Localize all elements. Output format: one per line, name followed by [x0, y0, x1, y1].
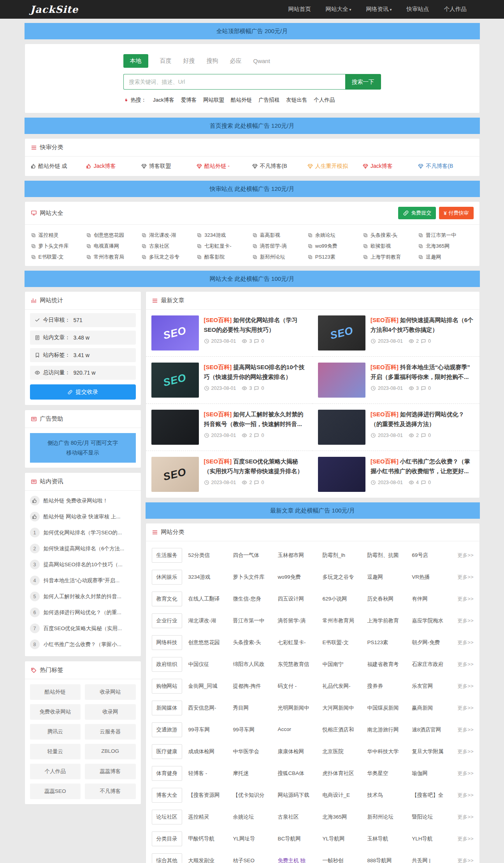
category-site-link[interactable]: 乐友官网	[412, 683, 453, 690]
site-link[interactable]: 湖北课改-湖	[141, 228, 197, 239]
news-item[interactable]: 4抖音本地生活“心动观赛季”开启...	[25, 572, 141, 588]
quick-audit-item[interactable]: 博客联盟	[141, 163, 197, 170]
hot-search-link[interactable]: 网站联盟	[203, 97, 224, 104]
news-item[interactable]: 6如何选择进行网站优化？（的重...	[25, 604, 141, 620]
category-site-link[interactable]: 西安信息网-	[188, 704, 230, 712]
hot-search-link[interactable]: 爱博客	[181, 97, 197, 104]
category-site-link[interactable]: YL导航网	[322, 835, 364, 842]
category-site-link[interactable]: 69号店	[412, 552, 453, 559]
news-item[interactable]: 2如何快速提高网站排名（6个方法...	[25, 541, 141, 557]
category-site-link[interactable]: 石家庄市政府	[412, 661, 453, 668]
category-more-link[interactable]: 更多>>	[457, 661, 473, 668]
search-tab-必应[interactable]: 必应	[230, 54, 242, 68]
category-site-link[interactable]: 搜狐CBA体	[277, 770, 319, 777]
tag-pill[interactable]: 不凡博客	[85, 784, 136, 799]
category-site-link[interactable]: 629小说网	[322, 595, 364, 602]
category-site-link[interactable]: 3234游戏	[188, 574, 230, 581]
category-site-link[interactable]: 新邳州论坛	[367, 814, 409, 821]
site-link[interactable]: E书联盟-文	[31, 250, 86, 261]
category-site-link[interactable]: 朝夕网-免费	[412, 639, 453, 646]
article-card[interactable]: [SEO百科]如何选择进行网站优化？（的重要性及选择方法）2023-08-012…	[313, 404, 479, 451]
category-label-博客大全[interactable]: 博客大全	[152, 788, 182, 803]
tag-pill[interactable]: ZBLOG	[85, 744, 136, 759]
category-label-综合其他[interactable]: 综合其他	[152, 853, 182, 863]
category-site-link[interactable]: 搜券券	[367, 683, 409, 690]
site-link[interactable]: 上海学前教育	[363, 250, 418, 261]
category-site-link[interactable]: 52分类信	[188, 552, 230, 559]
category-more-link[interactable]: 更多>>	[457, 704, 473, 712]
category-site-link[interactable]: wo99免费	[277, 574, 319, 581]
category-site-link[interactable]: 常州市教育局	[322, 617, 364, 624]
category-site-link[interactable]: 速8酒店官网	[412, 726, 453, 733]
category-site-link[interactable]: 瑜伽网	[412, 770, 453, 777]
category-site-link[interactable]: 赢商新闻	[412, 704, 453, 712]
category-site-link[interactable]: 玉林导航	[367, 835, 409, 842]
category-site-link[interactable]: 康康体检网	[277, 748, 319, 755]
category-more-link[interactable]: 更多>>	[457, 639, 473, 646]
hot-search-link[interactable]: 友链出售	[286, 97, 307, 104]
category-site-link[interactable]: 大顺发副业	[188, 857, 230, 863]
hot-search-link[interactable]: 个人作品	[314, 97, 335, 104]
nav-item-个人作品[interactable]: 个人作品	[437, 0, 474, 19]
search-button[interactable]: 搜索一下	[345, 74, 381, 90]
news-item[interactable]: 5如何人工解封被永久封禁的抖音...	[25, 588, 141, 604]
category-label-生活服务[interactable]: 生活服务	[152, 548, 182, 563]
category-site-link[interactable]: 888导航网	[367, 857, 409, 863]
site-link[interactable]: 多玩龙之谷专	[141, 250, 197, 261]
site-link[interactable]: 嘉高影视	[252, 228, 307, 239]
category-site-link[interactable]: 摩托迷	[233, 770, 274, 777]
category-site-link[interactable]: 在线人工翻译	[188, 595, 230, 602]
category-site-link[interactable]: 金街网_同城	[188, 683, 230, 690]
site-link[interactable]: 逗趣网	[418, 250, 473, 261]
category-site-link[interactable]: 虎扑体育社区	[322, 770, 364, 777]
category-label-政府组织[interactable]: 政府组织	[152, 657, 182, 672]
category-more-link[interactable]: 更多>>	[457, 552, 473, 559]
category-site-link[interactable]: 中国仪征	[188, 661, 230, 668]
category-site-link[interactable]: 东莞慧教育信	[277, 661, 319, 668]
quick-audit-item[interactable]: 不凡博客(B	[252, 163, 307, 170]
article-card[interactable]: SEO[SEO百科]如何快速提高网站排名（6个方法和4个技巧教你搞定）2023-…	[313, 310, 479, 357]
search-tab-百度[interactable]: 百度	[160, 54, 172, 68]
tag-pill[interactable]: 免费收录网站	[30, 704, 81, 720]
site-link[interactable]: PS123素	[307, 250, 363, 261]
category-more-link[interactable]: 更多>>	[457, 748, 473, 755]
hot-search-link[interactable]: Jack博客	[153, 97, 174, 104]
quick-audit-item[interactable]: Jack博客	[86, 163, 141, 170]
category-label-体育健身[interactable]: 体育健身	[152, 766, 182, 781]
site-link[interactable]: 头条搜索-头	[363, 228, 418, 239]
tag-pill[interactable]: 腾讯云	[30, 724, 81, 740]
category-site-link[interactable]: 有伴网	[412, 595, 453, 602]
top-ad-banner[interactable]: 全站顶部横幅广告 200元/月	[25, 23, 480, 39]
category-site-link[interactable]: 防霉剂、抗菌	[367, 552, 409, 559]
tag-pill[interactable]: 酷站外链	[30, 684, 81, 700]
article-card[interactable]: SEO[SEO百科]提高网站SEO排名的10个技巧（快速提升你的网站搜索排名）2…	[146, 357, 313, 404]
category-more-link[interactable]: 更多>>	[457, 857, 473, 863]
category-site-link[interactable]: 悦榕庄酒店和	[322, 726, 364, 733]
tag-pill[interactable]: 个人作品	[30, 764, 81, 779]
category-site-link[interactable]: 提都掏-掏件	[233, 683, 274, 690]
category-site-link[interactable]: 滴答留学-滴	[277, 617, 319, 624]
category-site-link[interactable]: 码支付 -	[277, 683, 319, 690]
search-tab-Qwant[interactable]: Qwant	[253, 55, 270, 67]
category-more-link[interactable]: 更多>>	[457, 814, 473, 821]
site-link[interactable]: 创意悠悠花园	[86, 228, 141, 239]
tag-pill[interactable]: 轻量云	[30, 744, 81, 759]
category-site-link[interactable]: 创意悠悠花园	[188, 639, 230, 646]
category-more-link[interactable]: 更多>>	[457, 683, 473, 690]
category-site-link[interactable]: 湖北课改-湖	[188, 617, 230, 624]
site-link[interactable]: 酷客影院	[197, 250, 252, 261]
hot-search-link[interactable]: 酷站外链	[231, 97, 252, 104]
site-link[interactable]: 3234游戏	[197, 228, 252, 239]
category-more-link[interactable]: 更多>>	[457, 770, 473, 777]
quick-audit-item[interactable]: Jack博客	[363, 163, 418, 170]
article-card[interactable]: SEO[SEO百科]如何优化网站排名（学习SEO的必要性与实用技巧）2023-0…	[146, 310, 313, 357]
site-logo[interactable]: JackSite	[30, 4, 79, 15]
quick-ad-banner[interactable]: 快审站点 此处横幅广告 120元/月	[25, 181, 480, 197]
site-link[interactable]: 滴答留学-滴	[252, 239, 307, 250]
category-site-link[interactable]: 逗趣网	[367, 574, 409, 581]
category-site-link[interactable]: 四五设计网	[277, 595, 319, 602]
category-label-论坛社区[interactable]: 论坛社区	[152, 810, 182, 824]
news-item[interactable]: 3提高网站SEO排名的10个技巧（...	[25, 557, 141, 572]
category-site-link[interactable]: 【优卡知识分	[233, 792, 274, 799]
search-tab-好搜[interactable]: 好搜	[183, 54, 195, 68]
